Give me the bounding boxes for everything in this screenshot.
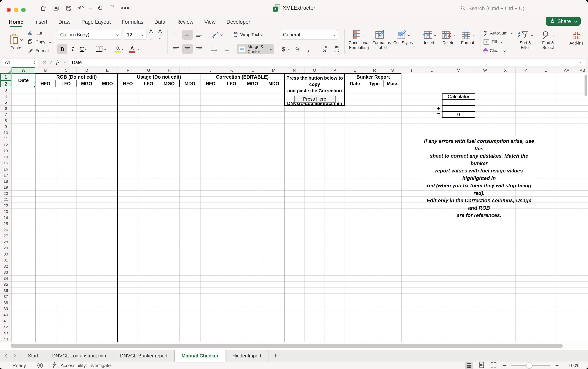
subheader-bunker-date[interactable]: Date xyxy=(345,80,365,87)
press-here-button[interactable]: Press Here xyxy=(294,96,335,102)
horizontal-scrollbar-thumb[interactable] xyxy=(10,344,563,348)
sheet-tab-next-icon[interactable] xyxy=(12,354,16,358)
row-header-37[interactable]: 37 xyxy=(0,294,11,300)
ribbon-tab-developer[interactable]: Developer xyxy=(227,19,250,27)
row-header-9[interactable]: 9 xyxy=(0,124,11,130)
row-header-7[interactable]: 7 xyxy=(0,112,11,118)
row-header-40[interactable]: 40 xyxy=(0,312,11,318)
column-header-K[interactable]: K xyxy=(221,67,242,73)
row-header-14[interactable]: 14 xyxy=(0,154,11,160)
section-title-bunker[interactable]: Bunker Report (EDITABLE) xyxy=(345,73,401,80)
sort-filter-button[interactable]: AZ Sort & Filter xyxy=(515,29,536,55)
row-header-15[interactable]: 15 xyxy=(0,160,11,166)
ribbon-tab-insert[interactable]: Insert xyxy=(34,19,47,27)
wrap-text-button[interactable]: ab↩c Wrap Text xyxy=(232,30,264,40)
page-break-view-button[interactable] xyxy=(490,362,497,369)
text-orientation-button[interactable]: ab↗ xyxy=(210,30,224,40)
fill-handle[interactable] xyxy=(34,86,36,88)
zoom-percentage[interactable]: 100% xyxy=(564,363,580,368)
horizontal-scrollbar[interactable] xyxy=(0,342,588,350)
column-header-Z[interactable]: Z xyxy=(536,67,557,73)
row-header-21[interactable]: 21 xyxy=(0,196,11,203)
row-header-18[interactable]: 18 xyxy=(0,178,11,184)
row-header-17[interactable]: 17 xyxy=(0,172,11,178)
row-header-20[interactable]: 20 xyxy=(0,191,11,197)
section-title-correction[interactable]: Correction (EDITABLE) xyxy=(200,73,284,80)
sheet-tab-previous-icon[interactable] xyxy=(5,354,8,358)
accessibility-status-label[interactable]: Accessibility: Investigate xyxy=(61,363,111,368)
row-header-8[interactable]: 8 xyxy=(0,118,11,124)
decrease-font-size-button[interactable]: A xyxy=(158,28,165,41)
column-header-H[interactable]: H xyxy=(159,67,180,73)
row-header-11[interactable]: 11 xyxy=(0,136,11,142)
minimize-window-button[interactable] xyxy=(14,8,18,12)
column-header-P[interactable]: P xyxy=(325,67,345,73)
ribbon-tab-view[interactable]: View xyxy=(204,19,216,27)
align-right-button[interactable] xyxy=(194,44,204,54)
normal-view-button[interactable] xyxy=(465,362,473,369)
undo-menu-chevron-icon[interactable] xyxy=(89,7,92,10)
ribbon-tab-data[interactable]: Data xyxy=(154,19,165,27)
sheet-tab-manual-checker[interactable]: Manual Checker xyxy=(175,350,226,362)
format-cells-button[interactable]: Format xyxy=(458,29,477,45)
name-box[interactable]: A1 ▴▾ xyxy=(3,59,37,66)
conditional-formatting-button[interactable]: Conditional Formatting xyxy=(348,29,370,50)
row-header-29[interactable]: 29 xyxy=(0,245,11,251)
macro-record-icon[interactable] xyxy=(37,363,43,368)
increase-font-size-button[interactable]: A xyxy=(149,28,155,41)
row-header-27[interactable]: 27 xyxy=(0,233,11,239)
column-header-N[interactable]: N xyxy=(284,67,305,73)
row-header-2[interactable]: 2 xyxy=(0,80,11,87)
number-format-select[interactable]: General xyxy=(280,30,338,40)
row-header-24[interactable]: 24 xyxy=(0,215,11,221)
subheader-correction-lfo[interactable]: LFO xyxy=(221,80,242,87)
column-header-X[interactable]: X xyxy=(495,67,516,73)
cut-button[interactable]: Cut xyxy=(27,29,51,37)
merge-center-button[interactable]: ↔ Merge & Center xyxy=(237,44,274,54)
column-header-Q[interactable]: Q xyxy=(345,67,365,73)
zoom-out-button[interactable]: − xyxy=(503,362,506,369)
clear-button[interactable]: Clear xyxy=(484,46,513,55)
row-header-28[interactable]: 28 xyxy=(0,239,11,245)
formula-bar-expand-chevron-icon[interactable] xyxy=(580,61,582,64)
underline-button[interactable]: U xyxy=(78,44,89,54)
zoom-slider-thumb[interactable] xyxy=(526,362,532,369)
column-header-V[interactable]: V xyxy=(442,67,475,73)
row-header-32[interactable]: 32 xyxy=(0,263,11,270)
borders-button[interactable] xyxy=(94,44,108,54)
redo-icon[interactable]: ↻ xyxy=(97,4,103,12)
sheet-tab-start[interactable]: Start xyxy=(21,350,45,362)
close-window-button[interactable] xyxy=(7,8,11,12)
column-header-C[interactable]: C xyxy=(56,67,76,73)
ribbon-tab-draw[interactable]: Draw xyxy=(58,19,71,27)
row-header-10[interactable]: 10 xyxy=(0,130,11,136)
save-icon[interactable] xyxy=(53,5,60,11)
autosum-button[interactable]: ∑AutoSum xyxy=(484,29,513,37)
align-left-button[interactable] xyxy=(171,44,181,54)
add-sheet-button[interactable]: + xyxy=(268,350,282,362)
selected-cell-date[interactable]: Date xyxy=(11,73,35,87)
sheet-tab-dnvgl-log-abstract-min[interactable]: DNVGL-Log abstract min xyxy=(45,350,113,362)
page-layout-view-button[interactable] xyxy=(479,362,485,369)
format-painter-button[interactable]: Format xyxy=(27,46,51,55)
format-as-table-button[interactable]: Format as Table xyxy=(370,29,393,50)
insert-cells-button[interactable]: Insert xyxy=(419,29,439,45)
row-header-30[interactable]: 30 xyxy=(0,251,11,257)
column-header-O[interactable]: O xyxy=(305,67,325,73)
sheet-tab-hiddenimport[interactable]: HiddenImport xyxy=(226,350,268,362)
fill-button[interactable]: ↓Fill xyxy=(484,38,513,46)
row-header-43[interactable]: 43 xyxy=(0,330,11,336)
copy-button[interactable]: Copy xyxy=(27,38,51,46)
subheader-correction-hfo[interactable]: HFO xyxy=(200,80,221,87)
column-header-I[interactable]: I xyxy=(180,67,200,73)
subheader-rob-mgo[interactable]: MGO xyxy=(76,80,97,87)
row-header-38[interactable]: 38 xyxy=(0,300,11,306)
ribbon-tab-page-layout[interactable]: Page Layout xyxy=(82,19,111,27)
vertical-scrollbar-thumb[interactable] xyxy=(585,75,587,96)
font-family-select[interactable]: Calibri (Body) xyxy=(57,30,121,40)
column-header-M[interactable]: M xyxy=(263,67,284,73)
subheader-usage-mgo[interactable]: MGO xyxy=(159,80,180,87)
zoom-in-button[interactable]: + xyxy=(555,362,559,369)
column-header-S[interactable]: S xyxy=(384,67,401,73)
subheader-usage-hfo[interactable]: HFO xyxy=(118,80,138,87)
